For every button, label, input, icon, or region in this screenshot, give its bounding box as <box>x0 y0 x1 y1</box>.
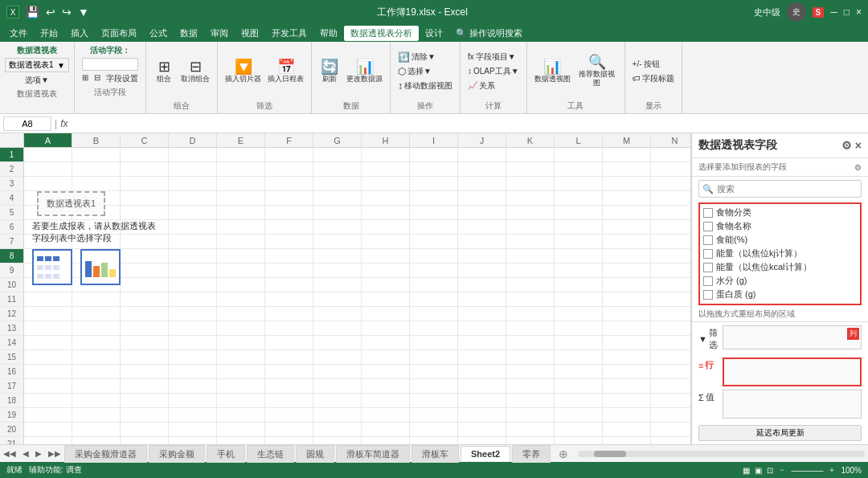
cell[interactable] <box>121 394 169 408</box>
cell[interactable] <box>603 206 651 220</box>
cell[interactable] <box>217 365 265 379</box>
cell[interactable] <box>121 264 169 278</box>
row-num-9[interactable]: 9 <box>0 264 24 278</box>
cell[interactable] <box>362 408 410 423</box>
cell[interactable] <box>24 408 72 423</box>
zoom-out-btn[interactable]: － <box>778 464 786 476</box>
cell[interactable] <box>506 235 555 249</box>
cell[interactable] <box>169 249 217 264</box>
field-search-input[interactable] <box>717 184 858 194</box>
col-header-h[interactable]: H <box>362 133 410 147</box>
cell[interactable] <box>651 220 690 235</box>
row-num-15[interactable]: 15 <box>0 350 24 365</box>
cell[interactable] <box>555 379 603 394</box>
row-num-6[interactable]: 6 <box>0 220 24 235</box>
cell[interactable] <box>265 292 313 307</box>
cell[interactable] <box>458 408 506 423</box>
cell[interactable] <box>265 437 313 444</box>
menu-insert[interactable]: 插入 <box>64 26 95 41</box>
cell[interactable] <box>313 278 362 292</box>
cell[interactable] <box>169 336 217 350</box>
cell[interactable] <box>265 350 313 365</box>
col-header-d[interactable]: D <box>169 133 217 147</box>
cell[interactable] <box>313 437 362 444</box>
clear-btn[interactable]: 🔃清除▼ <box>395 51 455 63</box>
col-header-a[interactable]: A <box>24 133 72 147</box>
cell[interactable] <box>121 336 169 350</box>
cell[interactable] <box>121 249 169 264</box>
cell[interactable] <box>313 148 362 162</box>
cell[interactable] <box>458 264 506 278</box>
cell[interactable] <box>121 423 169 437</box>
menu-file[interactable]: 文件 <box>3 26 34 41</box>
tabs-scroll-next[interactable]: ▶ <box>32 449 45 458</box>
cell[interactable] <box>169 350 217 365</box>
cell[interactable] <box>313 206 362 220</box>
cell[interactable] <box>265 394 313 408</box>
cell[interactable] <box>651 206 690 220</box>
cell[interactable] <box>265 336 313 350</box>
cell[interactable] <box>362 148 410 162</box>
cell[interactable] <box>555 191 603 206</box>
field-checkbox-6[interactable] <box>703 276 713 286</box>
cell[interactable] <box>410 379 458 394</box>
refresh-btn[interactable]: 🔄 刷新 <box>317 58 342 85</box>
cell[interactable] <box>169 321 217 336</box>
cell[interactable] <box>458 220 506 235</box>
cell[interactable] <box>169 437 217 444</box>
cell[interactable] <box>169 423 217 437</box>
row-num-21[interactable]: 21 <box>0 437 24 444</box>
cell[interactable] <box>24 292 72 307</box>
row-num-19[interactable]: 19 <box>0 408 24 423</box>
cell[interactable] <box>506 264 555 278</box>
cell[interactable] <box>313 379 362 394</box>
field-checkbox-4[interactable] <box>703 249 713 259</box>
cell[interactable] <box>72 307 121 321</box>
cell[interactable] <box>555 148 603 162</box>
cell[interactable] <box>121 365 169 379</box>
cell[interactable] <box>362 206 410 220</box>
cell[interactable] <box>265 264 313 278</box>
cell[interactable] <box>410 235 458 249</box>
field-item-6[interactable]: 水分 (g) <box>702 274 858 288</box>
cell[interactable] <box>169 292 217 307</box>
group-btn[interactable]: ⊞ 组合 <box>151 58 177 85</box>
cell[interactable] <box>121 278 169 292</box>
cell[interactable] <box>121 191 169 206</box>
field-item-5[interactable]: 能量（以焦位kcal计算） <box>702 260 858 274</box>
cell[interactable] <box>313 162 362 177</box>
tab-phone[interactable]: 手机 <box>207 445 245 463</box>
tab-sheet2[interactable]: Sheet2 <box>461 446 510 461</box>
row-num-4[interactable]: 4 <box>0 191 24 206</box>
field-checkbox-2[interactable] <box>703 222 713 231</box>
col-header-g[interactable]: G <box>313 133 362 147</box>
tabs-scroll-prev[interactable]: ◀ <box>19 449 32 458</box>
cell[interactable] <box>410 278 458 292</box>
cell[interactable] <box>458 278 506 292</box>
tab-ecosystem[interactable]: 生态链 <box>247 445 294 463</box>
cell[interactable] <box>265 235 313 249</box>
cell[interactable] <box>651 394 690 408</box>
cell[interactable] <box>506 162 555 177</box>
view-normal-btn[interactable]: ▦ <box>743 466 750 475</box>
cell[interactable] <box>72 437 121 444</box>
cell[interactable] <box>458 292 506 307</box>
cell[interactable] <box>121 437 169 444</box>
row-num-2[interactable]: 2 <box>0 162 24 177</box>
row-num-14[interactable]: 14 <box>0 336 24 350</box>
cell[interactable] <box>506 191 555 206</box>
cell[interactable] <box>651 249 690 264</box>
cell[interactable] <box>651 264 690 278</box>
h-scroll-track[interactable] <box>578 451 865 457</box>
cell[interactable] <box>217 264 265 278</box>
cell[interactable] <box>265 408 313 423</box>
cell[interactable] <box>72 148 121 162</box>
cell[interactable] <box>217 235 265 249</box>
cell[interactable] <box>603 437 651 444</box>
cell[interactable] <box>458 365 506 379</box>
cell[interactable] <box>217 278 265 292</box>
cell[interactable] <box>506 206 555 220</box>
row-num-7[interactable]: 7 <box>0 235 24 249</box>
cell[interactable] <box>410 220 458 235</box>
cell[interactable] <box>313 249 362 264</box>
